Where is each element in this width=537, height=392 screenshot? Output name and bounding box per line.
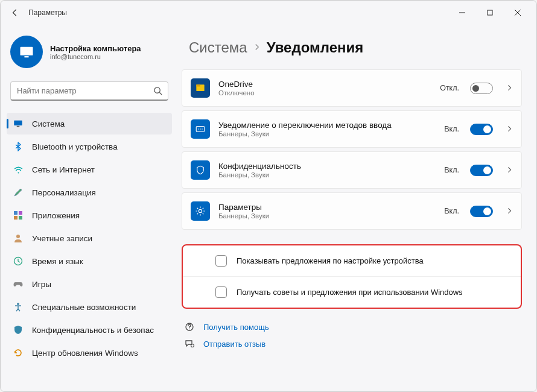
feedback-link[interactable]: Отправить отзыв xyxy=(184,339,522,349)
svg-point-26 xyxy=(189,329,190,330)
nav-label: Учетные записи xyxy=(32,234,92,243)
row-state: Откл. xyxy=(440,84,459,92)
nav-gaming[interactable]: Игры xyxy=(7,273,172,295)
svg-rect-8 xyxy=(14,121,22,125)
chevron-right-icon[interactable] xyxy=(506,206,513,217)
nav-bluetooth[interactable]: Bluetooth и устройства xyxy=(7,136,172,157)
svg-point-10 xyxy=(17,172,19,173)
back-button[interactable] xyxy=(5,3,25,22)
row-title: Уведомление о переключении методов ввода xyxy=(218,121,436,130)
svg-point-15 xyxy=(16,235,20,238)
svg-rect-12 xyxy=(19,211,22,215)
nav-accounts[interactable]: Учетные записи xyxy=(7,227,172,249)
nav-time-language[interactable]: Время и язык xyxy=(7,250,172,272)
check-row-tips[interactable]: Получать советы и предложения при исполь… xyxy=(183,277,521,308)
titlebar: Параметры xyxy=(1,1,536,25)
link-label: Отправить отзыв xyxy=(203,340,265,349)
chevron-right-icon xyxy=(253,42,261,53)
nav-label: Конфиденциальность и безопас xyxy=(32,326,154,335)
account-name: Настройка компьютера xyxy=(50,44,141,53)
minimize-button[interactable] xyxy=(448,3,476,22)
footer-links: Получить помощь Отправить отзыв xyxy=(182,322,522,349)
crumb-parent[interactable]: Система xyxy=(189,39,247,56)
check-row-device-setup[interactable]: Показывать предложения по настройке устр… xyxy=(183,245,521,277)
nav-system[interactable]: Система xyxy=(7,113,172,134)
row-title: Конфиденциальность xyxy=(218,162,436,171)
toggle-input-method[interactable] xyxy=(470,124,493,135)
window-title: Параметры xyxy=(28,8,67,17)
svg-rect-5 xyxy=(25,56,29,57)
apps-icon xyxy=(13,210,24,221)
svg-line-7 xyxy=(159,92,162,95)
check-label: Получать советы и предложения при исполь… xyxy=(237,288,463,297)
checkbox-tips[interactable] xyxy=(215,286,227,298)
nav-personalization[interactable]: Персонализация xyxy=(7,182,172,203)
row-title: Параметры xyxy=(218,203,436,212)
notif-row-onedrive[interactable]: OneDrive Отключено Откл. xyxy=(182,69,522,107)
chevron-right-icon[interactable] xyxy=(506,165,513,175)
bluetooth-icon xyxy=(13,141,24,152)
shield-icon xyxy=(13,324,24,335)
svg-point-27 xyxy=(191,344,194,347)
update-icon xyxy=(13,347,24,358)
nav-network[interactable]: Сеть и Интернет xyxy=(7,159,172,180)
chevron-right-icon[interactable] xyxy=(506,83,513,93)
toggle-onedrive[interactable] xyxy=(470,83,493,94)
nav-label: Персонализация xyxy=(32,188,96,197)
wifi-icon xyxy=(13,164,24,175)
svg-point-6 xyxy=(154,87,160,93)
row-sub: Баннеры, Звуки xyxy=(218,171,436,179)
get-help-link[interactable]: Получить помощь xyxy=(184,322,522,332)
chevron-right-icon[interactable] xyxy=(506,124,513,134)
nav-apps[interactable]: Приложения xyxy=(7,204,172,226)
svg-rect-13 xyxy=(14,216,17,220)
nav-label: Игры xyxy=(32,280,51,289)
nav-label: Система xyxy=(32,119,65,128)
toggle-privacy[interactable] xyxy=(470,165,493,176)
notif-row-input-method[interactable]: Уведомление о переключении методов ввода… xyxy=(182,110,522,148)
suggestions-group: Показывать предложения по настройке устр… xyxy=(182,244,522,309)
svg-point-23 xyxy=(202,128,203,130)
nav-label: Сеть и Интернет xyxy=(32,165,95,174)
row-state: Вкл. xyxy=(444,125,459,133)
breadcrumb: Система Уведомления xyxy=(182,31,522,69)
search-icon xyxy=(153,86,162,98)
row-sub: Отключено xyxy=(218,89,431,96)
account-header[interactable]: Настройка компьютера info@tunecom.ru xyxy=(7,31,172,78)
user-icon xyxy=(13,233,24,244)
nav-label: Время и язык xyxy=(32,257,83,266)
clock-icon xyxy=(13,256,24,267)
display-icon xyxy=(13,118,24,129)
avatar xyxy=(10,36,43,68)
toggle-settings[interactable] xyxy=(470,206,493,217)
svg-point-24 xyxy=(199,209,202,212)
row-title: OneDrive xyxy=(218,80,431,89)
svg-rect-11 xyxy=(14,211,17,215)
brush-icon xyxy=(13,187,24,198)
nav-list: Система Bluetooth и устройства Сеть и Ин… xyxy=(7,113,172,364)
input-method-icon xyxy=(191,119,210,139)
row-sub: Баннеры, Звуки xyxy=(218,212,436,220)
accessibility-icon xyxy=(13,302,24,312)
row-state: Вкл. xyxy=(444,207,459,215)
nav-label: Центр обновления Windows xyxy=(32,349,138,358)
close-button[interactable] xyxy=(504,3,532,22)
row-sub: Баннеры, Звуки xyxy=(218,130,436,138)
svg-point-17 xyxy=(17,303,19,305)
gamepad-icon xyxy=(13,279,24,289)
svg-rect-19 xyxy=(196,84,200,86)
account-email: info@tunecom.ru xyxy=(50,53,141,60)
svg-rect-9 xyxy=(17,126,20,127)
nav-accessibility[interactable]: Специальные возможности xyxy=(7,296,172,318)
notif-row-settings[interactable]: Параметры Баннеры, Звуки Вкл. xyxy=(182,192,522,230)
nav-label: Приложения xyxy=(32,211,80,220)
nav-label: Специальные возможности xyxy=(32,303,136,312)
crumb-current: Уведомления xyxy=(267,39,364,56)
notif-row-privacy[interactable]: Конфиденциальность Баннеры, Звуки Вкл. xyxy=(182,151,522,189)
checkbox-device-setup[interactable] xyxy=(215,255,227,267)
nav-privacy[interactable]: Конфиденциальность и безопас xyxy=(7,319,172,341)
search-input[interactable] xyxy=(10,81,168,101)
maximize-button[interactable] xyxy=(476,3,504,22)
svg-rect-14 xyxy=(19,216,22,220)
nav-update[interactable]: Центр обновления Windows xyxy=(7,342,172,364)
